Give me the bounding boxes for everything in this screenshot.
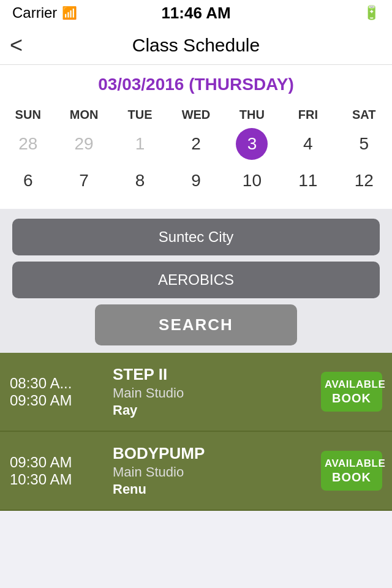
available-label-1: AVAILABLE — [325, 457, 379, 470]
location-filter-button[interactable]: Suntec City — [12, 219, 380, 255]
status-time: 11:46 AM — [161, 4, 230, 23]
search-button[interactable]: SEARCH — [95, 304, 297, 345]
filter-section: Suntec City AEROBICS SEARCH — [0, 209, 392, 353]
class-start-time-1: 09:30 AM — [10, 454, 108, 471]
day-header-sat: SAT — [336, 104, 392, 126]
book-button-1[interactable]: AVAILABLE BOOK — [321, 451, 382, 491]
cal-day-10[interactable]: 10 — [243, 165, 262, 197]
class-list: 08:30 A... 09:30 AM STEP II Main Studio … — [0, 353, 392, 511]
class-time-0: 08:30 A... 09:30 AM — [10, 375, 108, 409]
day-header-fri: FRI — [280, 104, 336, 126]
book-label-0: BOOK — [325, 391, 379, 405]
cal-day-4[interactable]: 4 — [303, 128, 313, 160]
status-bar: Carrier 📶 11:46 AM 🔋 — [0, 0, 392, 26]
class-end-time-0: 09:30 AM — [10, 392, 108, 409]
day-header-mon: MON — [56, 104, 111, 126]
class-type-filter-button[interactable]: AEROBICS — [12, 262, 380, 298]
book-button-0[interactable]: AVAILABLE BOOK — [321, 372, 382, 412]
wifi-icon: 📶 — [62, 6, 77, 20]
carrier-label: Carrier — [12, 4, 57, 21]
selected-date-header: 03/03/2016 (THURSDAY) — [0, 65, 392, 99]
day-header-sun: SUN — [0, 104, 56, 126]
cal-day-2[interactable]: 2 — [191, 128, 201, 160]
cal-day-8[interactable]: 8 — [135, 165, 145, 197]
class-instructor-0: Ray — [113, 402, 321, 418]
class-info-1: BODYPUMP Main Studio Renu — [108, 444, 321, 497]
class-location-1: Main Studio — [113, 464, 321, 480]
cal-day-9[interactable]: 9 — [191, 165, 201, 197]
cal-day-5[interactable]: 5 — [359, 128, 369, 160]
class-time-1: 09:30 AM 10:30 AM — [10, 454, 108, 488]
class-start-time-0: 08:30 A... — [10, 375, 108, 392]
nav-bar: < Class Schedule — [0, 26, 392, 65]
calendar: SUN MON TUE WED THU FRI SAT 28 29 1 2 3 … — [0, 99, 392, 209]
available-label-0: AVAILABLE — [325, 378, 379, 391]
book-label-1: BOOK — [325, 470, 379, 484]
cal-day-1[interactable]: 1 — [135, 128, 145, 160]
class-name-0: STEP II — [113, 365, 321, 384]
class-item-0: 08:30 A... 09:30 AM STEP II Main Studio … — [0, 353, 392, 432]
class-instructor-1: Renu — [113, 481, 321, 497]
class-end-time-1: 10:30 AM — [10, 471, 108, 488]
cal-day-3-selected[interactable]: 3 — [236, 128, 268, 160]
class-info-0: STEP II Main Studio Ray — [108, 365, 321, 418]
battery-icon: 🔋 — [363, 5, 380, 21]
cal-day-28[interactable]: 28 — [18, 128, 37, 160]
cal-day-6[interactable]: 6 — [23, 165, 33, 197]
week1-grid: 28 29 1 2 3 4 5 — [0, 126, 392, 162]
day-header-thu: THU — [224, 104, 280, 126]
back-button[interactable]: < — [10, 34, 23, 56]
class-name-1: BODYPUMP — [113, 444, 321, 463]
status-left: Carrier 📶 — [12, 4, 77, 21]
day-header-wed: WED — [168, 104, 224, 126]
class-item-1: 09:30 AM 10:30 AM BODYPUMP Main Studio R… — [0, 432, 392, 511]
cal-day-29[interactable]: 29 — [75, 128, 94, 160]
cal-day-11[interactable]: 11 — [298, 165, 317, 197]
week2-grid: 6 7 8 9 10 11 12 — [0, 162, 392, 199]
calendar-grid: SUN MON TUE WED THU FRI SAT — [0, 104, 392, 126]
day-header-tue: TUE — [112, 104, 168, 126]
page-title: Class Schedule — [132, 35, 260, 56]
class-location-0: Main Studio — [113, 385, 321, 401]
cal-day-7[interactable]: 7 — [79, 165, 89, 197]
cal-day-12[interactable]: 12 — [355, 165, 374, 197]
